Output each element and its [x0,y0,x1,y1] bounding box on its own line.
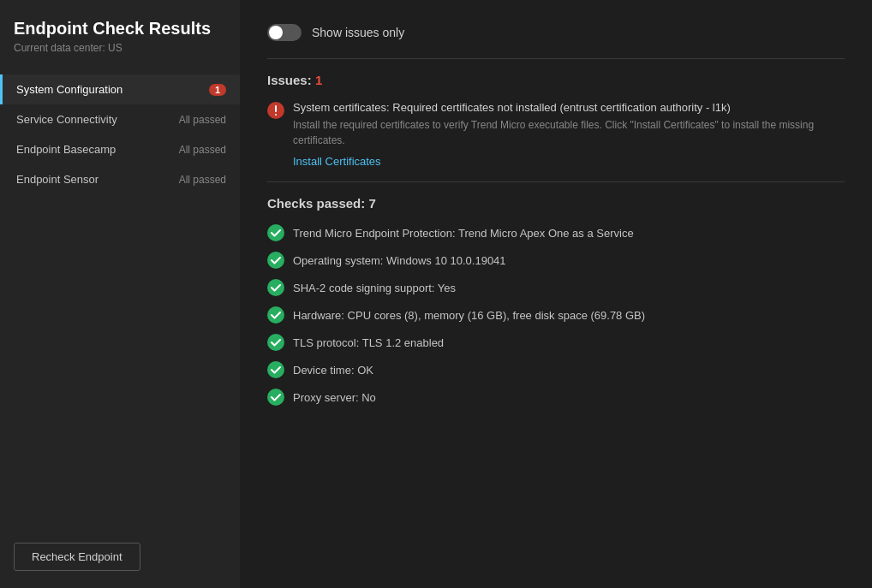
check-passed-icon [267,334,284,351]
sidebar-item-endpoint-basecamp[interactable]: Endpoint BasecampAll passed [0,134,240,164]
check-item: Hardware: CPU cores (8), memory (16 GB),… [267,306,845,324]
svg-point-9 [267,389,284,406]
data-center-info: Current data center: US [14,42,226,54]
divider-2 [267,181,845,182]
sidebar-item-status: All passed [179,174,226,186]
check-passed-icon [267,252,284,269]
recheck-endpoint-button[interactable]: Recheck Endpoint [14,543,140,571]
check-text: SHA-2 code signing support: Yes [293,282,456,294]
sidebar-item-system-configuration[interactable]: System Configuration1 [0,74,240,104]
toggle-knob [269,26,283,39]
svg-point-4 [267,252,284,269]
issue-description: Install the required certificates to ver… [293,117,845,148]
check-item: TLS protocol: TLS 1.2 enabled [267,334,845,351]
check-passed-icon [267,361,284,378]
check-text: Proxy server: No [293,391,376,404]
sidebar-item-service-connectivity[interactable]: Service ConnectivityAll passed [0,104,240,134]
sidebar-item-badge: 1 [209,84,226,96]
app-title: Endpoint Check Results [14,19,226,39]
issue-title: System certificates: Required certificat… [293,101,845,114]
toggle-label: Show issues only [312,26,404,39]
install-certificates-link[interactable]: Install Certificates [293,155,381,168]
svg-point-3 [267,224,284,241]
check-text: Operating system: Windows 10 10.0.19041 [293,254,506,267]
check-passed-icon [267,279,284,296]
sidebar-item-label: System Configuration [16,83,122,96]
svg-rect-1 [275,105,277,112]
issue-text-block: System certificates: Required certificat… [293,101,845,168]
issue-item: System certificates: Required certificat… [267,101,845,168]
main-content: Show issues only Issues: 1 System certif… [240,0,872,588]
passed-label: Checks passed: [267,196,365,211]
error-icon [267,102,284,119]
sidebar-item-label: Service Connectivity [16,113,117,126]
check-item: SHA-2 code signing support: Yes [267,279,845,296]
sidebar-nav: System Configuration1Service Connectivit… [0,74,240,526]
sidebar-header: Endpoint Check Results Current data cent… [0,0,240,61]
sidebar-item-label: Endpoint Sensor [16,173,99,186]
passed-section-title: Checks passed: 7 [267,196,845,211]
divider-1 [267,58,845,59]
svg-point-6 [267,306,284,324]
check-passed-icon [267,389,284,406]
passed-section: Checks passed: 7 Trend Micro Endpoint Pr… [267,196,845,406]
sidebar-item-status: All passed [179,114,226,126]
check-text: Device time: OK [293,364,373,377]
svg-point-8 [267,361,284,378]
check-text: Trend Micro Endpoint Protection: Trend M… [293,227,634,240]
sidebar-footer: Recheck Endpoint [0,526,240,588]
issues-label: Issues: [267,73,312,87]
passed-count: 7 [368,196,375,211]
passed-checks-list: Trend Micro Endpoint Protection: Trend M… [267,224,845,406]
svg-point-5 [267,279,284,296]
toggle-row: Show issues only [267,24,845,41]
check-item: Device time: OK [267,361,845,378]
show-issues-toggle[interactable] [267,24,302,41]
sidebar-item-status: All passed [179,144,226,156]
check-text: TLS protocol: TLS 1.2 enabled [293,336,444,349]
sidebar-item-label: Endpoint Basecamp [16,143,116,156]
issues-count: 1 [315,73,322,87]
check-passed-icon [267,224,284,241]
check-item: Operating system: Windows 10 10.0.19041 [267,252,845,269]
sidebar: Endpoint Check Results Current data cent… [0,0,240,588]
issues-section-title: Issues: 1 [267,73,845,87]
sidebar-item-endpoint-sensor[interactable]: Endpoint SensorAll passed [0,164,240,194]
svg-rect-2 [275,114,277,116]
check-passed-icon [267,306,284,324]
svg-point-7 [267,334,284,351]
check-item: Trend Micro Endpoint Protection: Trend M… [267,224,845,241]
issues-section: Issues: 1 System certificates: Required … [267,73,845,168]
check-item: Proxy server: No [267,389,845,406]
check-text: Hardware: CPU cores (8), memory (16 GB),… [293,309,645,322]
